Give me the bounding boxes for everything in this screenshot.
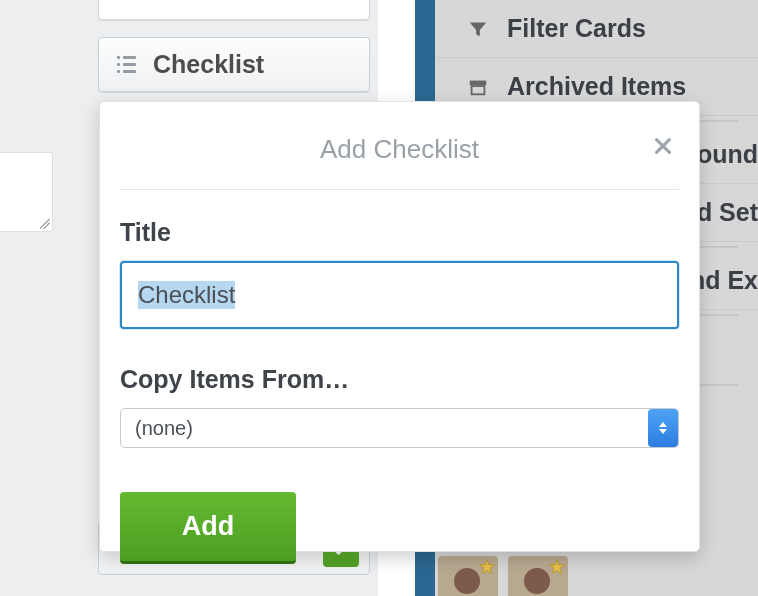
filter-icon <box>467 18 489 40</box>
svg-rect-0 <box>470 80 487 85</box>
menu-item-label: Filter Cards <box>507 14 646 43</box>
card-action-item <box>98 0 370 20</box>
select-toggle-icon <box>648 409 678 447</box>
add-button[interactable]: Add <box>120 492 296 564</box>
close-button[interactable] <box>649 132 677 160</box>
checklist-icon <box>117 56 139 73</box>
textarea-resize-handle[interactable] <box>0 152 53 232</box>
title-field-label: Title <box>120 218 679 247</box>
checklist-button-label: Checklist <box>153 50 264 79</box>
title-input[interactable] <box>120 261 679 329</box>
menu-item-label: Archived Items <box>507 72 686 101</box>
add-checklist-popover: Add Checklist Title Copy Items From… (no… <box>99 101 700 552</box>
add-button-label: Add <box>182 511 234 541</box>
menu-item-label: d Set <box>697 198 758 227</box>
close-icon <box>652 135 674 157</box>
popover-title: Add Checklist <box>120 134 679 165</box>
menu-filter-cards[interactable]: Filter Cards <box>435 0 758 58</box>
select-value: (none) <box>135 417 193 440</box>
copy-from-select[interactable]: (none) <box>120 408 679 448</box>
menu-item-label: nd Ex <box>690 266 758 295</box>
checklist-button[interactable]: Checklist <box>98 37 370 92</box>
copy-from-label: Copy Items From… <box>120 365 679 394</box>
archive-icon <box>467 76 489 98</box>
svg-rect-1 <box>472 86 485 94</box>
